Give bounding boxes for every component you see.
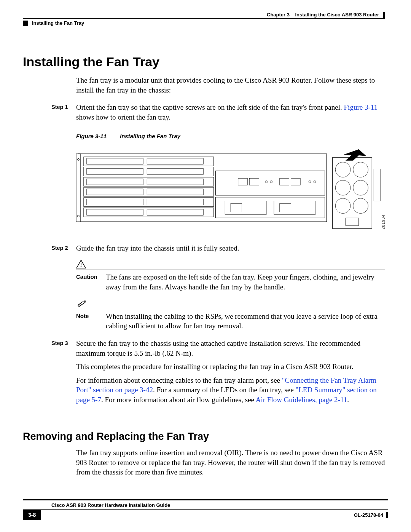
svg-rect-11 <box>147 158 204 165</box>
intro-paragraph: The fan tray is a modular unit that prov… <box>76 75 385 95</box>
note-block: Note When installing the cabling to the … <box>76 299 385 331</box>
svg-point-27 <box>270 181 272 183</box>
page-header: Chapter 3 Installing the Cisco ASR 903 R… <box>23 11 388 27</box>
subsection-heading: Removing and Replacing the Fan Tray <box>23 430 388 443</box>
svg-rect-35 <box>280 203 291 212</box>
svg-rect-14 <box>87 179 143 185</box>
step-1: Step 1 Orient the fan tray so that the c… <box>23 102 385 122</box>
step-body: Secure the fan tray to the chassis using… <box>76 339 385 409</box>
step-3: Step 3 Secure the fan tray to the chassi… <box>23 339 385 409</box>
caution-icon <box>76 260 385 269</box>
step-body: Guide the fan tray into the chassis unti… <box>76 243 385 253</box>
figure-3-11: 281934 <box>76 146 385 233</box>
note-icon <box>76 299 385 308</box>
caution-label: Caution <box>76 272 99 292</box>
svg-rect-10 <box>87 158 143 165</box>
figure-caption: Figure 3-11Installing the Fan Tray <box>76 133 388 140</box>
svg-rect-20 <box>87 209 143 215</box>
svg-point-31 <box>314 181 316 183</box>
doc-id: OL-25178-04 <box>354 512 388 519</box>
svg-rect-49 <box>78 300 85 307</box>
svg-rect-17 <box>147 189 204 195</box>
svg-marker-50 <box>84 300 86 302</box>
xref-airflow[interactable]: Air Flow Guidelines, page 2-11 <box>256 396 347 404</box>
caution-text: The fans are exposed on the left side of… <box>106 272 385 292</box>
svg-rect-34 <box>231 203 242 212</box>
svg-rect-16 <box>87 189 143 195</box>
page-number: 3-8 <box>23 510 41 520</box>
step-body: Orient the fan tray so that the captive … <box>76 102 385 122</box>
svg-rect-13 <box>147 168 204 174</box>
footer-guide-title: Cisco ASR 903 Router Hardware Installati… <box>23 501 388 510</box>
section-heading: Installing the Fan Tray <box>23 53 388 71</box>
note-label: Note <box>76 312 99 331</box>
note-text: When installing the cabling to the RSPs,… <box>106 312 385 331</box>
remove-paragraph: The fan tray supports online insertion a… <box>76 448 385 477</box>
footer-bar-icon <box>386 512 388 518</box>
svg-rect-24 <box>238 178 248 185</box>
step-label: Step 2 <box>23 243 76 253</box>
step-2: Step 2 Guide the fan tray into the chass… <box>23 243 385 253</box>
svg-rect-12 <box>87 168 143 174</box>
step-label: Step 3 <box>23 339 76 409</box>
svg-rect-28 <box>280 178 289 185</box>
header-bar-icon <box>383 12 385 18</box>
svg-rect-22 <box>215 171 325 195</box>
header-breadcrumb: Installing the Fan Tray <box>23 20 84 27</box>
svg-point-26 <box>265 181 268 183</box>
step-label: Step 1 <box>23 102 76 122</box>
svg-rect-15 <box>147 179 204 185</box>
header-chapter: Chapter 3 Installing the Cisco ASR 903 R… <box>267 11 385 18</box>
svg-rect-25 <box>250 178 259 185</box>
svg-rect-45 <box>374 169 381 201</box>
svg-line-52 <box>80 303 81 305</box>
svg-point-48 <box>81 267 82 268</box>
page-footer: Cisco ASR 903 Router Hardware Installati… <box>23 499 388 520</box>
svg-rect-21 <box>147 209 204 215</box>
caution-block: Caution The fans are exposed on the left… <box>76 260 385 292</box>
svg-rect-29 <box>291 178 300 185</box>
svg-rect-1 <box>76 154 81 222</box>
figure-id: 281934 <box>381 214 386 229</box>
svg-rect-18 <box>87 199 143 205</box>
svg-rect-19 <box>147 199 204 205</box>
header-square-icon <box>23 21 28 26</box>
svg-point-30 <box>309 181 311 183</box>
figure-link[interactable]: Figure 3-11 <box>344 103 378 111</box>
router-fan-tray-diagram <box>76 146 385 233</box>
svg-line-51 <box>79 304 80 305</box>
